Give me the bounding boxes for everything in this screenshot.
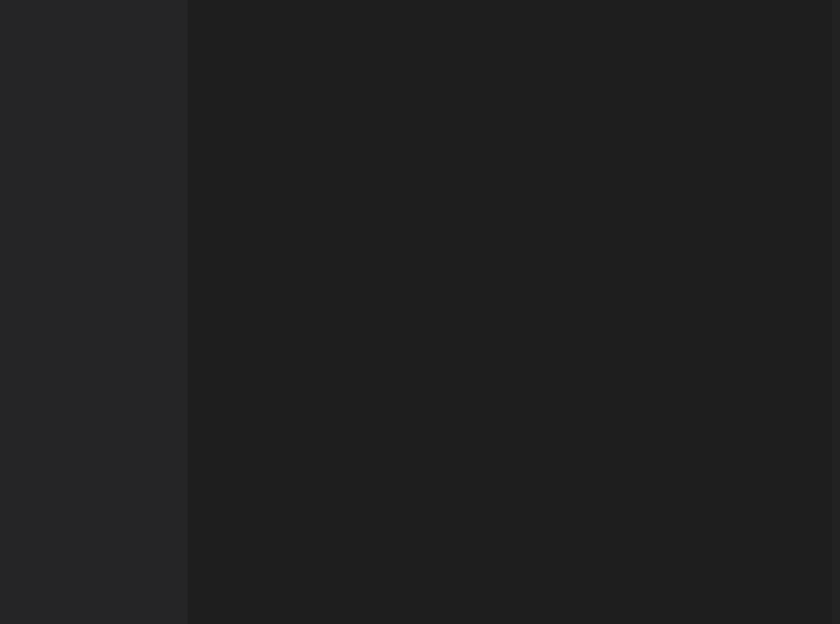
panel-outline[interactable] — [0, 590, 188, 604]
file-explorer-sidebar — [0, 0, 188, 624]
code-editor[interactable] — [188, 0, 840, 624]
panel-scm[interactable] — [0, 576, 188, 590]
line-number-gutter — [188, 0, 227, 624]
scrollbar[interactable] — [832, 0, 840, 624]
panel-timeline[interactable] — [0, 604, 188, 619]
code-area[interactable] — [227, 0, 840, 624]
file-tree[interactable] — [0, 0, 188, 561]
timeline-message — [0, 619, 188, 624]
panel-scm-repo[interactable] — [0, 561, 188, 576]
